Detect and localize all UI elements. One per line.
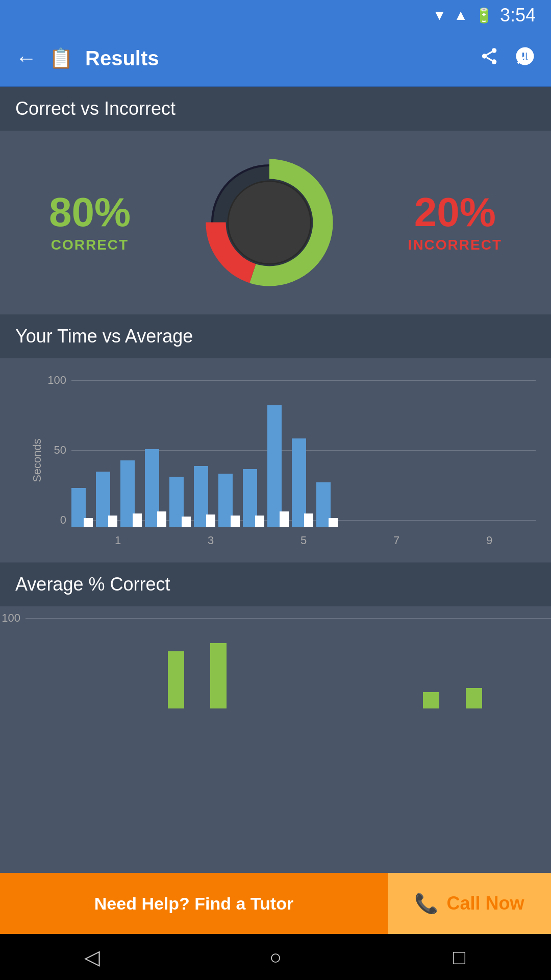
bar-group-9 [292, 374, 313, 527]
bar-white-0 [84, 518, 93, 527]
call-now-label: Call Now [446, 893, 524, 914]
avg-bar-green-8 [423, 692, 439, 708]
svg-line-3 [487, 57, 492, 60]
avg-bar-slot-9 [455, 617, 493, 708]
y-axis-label: Seconds [31, 438, 44, 482]
chart-inner: 100 50 0 13579 [46, 374, 536, 547]
bar-white-3 [157, 511, 166, 527]
time-vs-average-header: Your Time vs Average [0, 314, 551, 358]
time-vs-average-chart: Seconds 100 50 0 [0, 358, 551, 562]
avg-bar-slot-4 [242, 617, 280, 708]
action-icons [480, 45, 536, 71]
bar-white-10 [329, 518, 338, 527]
bar-blue-8 [267, 405, 282, 527]
battery-icon: 🔋 [475, 7, 493, 24]
bar-white-6 [231, 516, 240, 527]
bar-white-2 [133, 513, 142, 527]
page-title: Results [85, 47, 467, 70]
bar-group-0 [71, 374, 93, 527]
avg-bar-slot-10 [497, 617, 536, 708]
share-icon[interactable] [480, 46, 499, 70]
status-bar: ▼ ▲ 🔋 3:54 [0, 0, 551, 31]
bar-group-3 [145, 374, 166, 527]
correct-label: CORRECT [49, 237, 131, 253]
bar-group-4 [169, 374, 191, 527]
x-label-7: 7 [350, 534, 443, 547]
bar-group-2 [120, 374, 142, 527]
avg-bar-slot-8 [412, 617, 450, 708]
avg-chart-inner [46, 617, 536, 708]
avg-bar-slot-0 [71, 617, 110, 708]
incorrect-stat: 20% INCORRECT [408, 192, 502, 253]
nav-bar: ◁ ○ □ [0, 934, 551, 980]
x-label-9: 9 [443, 534, 536, 547]
svg-point-2 [492, 59, 497, 64]
time-vs-average-title: Your Time vs Average [15, 326, 536, 347]
y-value-100: 100 [46, 374, 66, 387]
document-icon: 📋 [49, 47, 73, 69]
avg-bar-slot-2 [157, 617, 195, 708]
bar-white-7 [255, 516, 264, 527]
svg-point-1 [482, 54, 487, 59]
call-now-button[interactable]: 📞 Call Now [388, 873, 551, 934]
avg-bar-slot-1 [114, 617, 152, 708]
x-label-5: 5 [257, 534, 350, 547]
phone-icon: 📞 [414, 892, 438, 915]
x-label-3: 3 [164, 534, 257, 547]
y-value-0: 0 [46, 513, 66, 527]
bar-white-4 [182, 517, 191, 527]
incorrect-percent: 20% [408, 192, 502, 233]
avg-bar-slot-7 [369, 617, 408, 708]
svg-line-4 [487, 52, 492, 55]
correct-vs-incorrect-header: Correct vs Incorrect [0, 87, 551, 131]
bar-group-5 [194, 374, 215, 527]
bar-group-10 [316, 374, 338, 527]
signal-icon: ▲ [454, 7, 468, 23]
back-button[interactable]: ← [15, 47, 37, 69]
bars-container [71, 374, 536, 527]
status-icons: ▼ ▲ 🔋 3:54 [432, 5, 536, 26]
avg-correct-header: Average % Correct [0, 562, 551, 606]
svg-point-8 [228, 181, 311, 264]
avg-bar-green-2 [168, 651, 184, 708]
avg-y-100: 100 [0, 611, 20, 625]
find-tutor-label: Need Help? Find a Tutor [94, 894, 293, 914]
avg-bar-slot-6 [327, 617, 365, 708]
avg-bar-slot-5 [284, 617, 322, 708]
chart-area: Seconds 100 50 0 [15, 374, 536, 547]
nav-recent-button[interactable]: □ [439, 937, 480, 977]
bar-group-8 [267, 374, 289, 527]
avg-bar-green-3 [210, 643, 227, 708]
correct-vs-incorrect-title: Correct vs Incorrect [15, 98, 536, 119]
flag-icon[interactable] [514, 45, 536, 71]
nav-home-button[interactable]: ○ [255, 937, 296, 977]
donut-section: 80% CORRECT 20% INCORRECT [0, 131, 551, 314]
bar-group-1 [96, 374, 117, 527]
incorrect-label: INCORRECT [408, 237, 502, 253]
x-labels: 13579 [71, 534, 536, 547]
nav-back-button[interactable]: ◁ [71, 937, 112, 977]
bar-white-9 [304, 513, 313, 527]
bottom-banner: Need Help? Find a Tutor 📞 Call Now [0, 873, 551, 934]
avg-correct-title: Average % Correct [15, 574, 536, 595]
bar-group-6 [218, 374, 240, 527]
bar-white-1 [108, 516, 117, 527]
avg-bar-green-9 [466, 688, 482, 708]
avg-bar-slot-3 [199, 617, 237, 708]
bar-group-7 [243, 374, 264, 527]
app-bar: ← 📋 Results [0, 31, 551, 87]
bar-white-5 [206, 514, 215, 527]
y-value-50: 50 [46, 444, 66, 457]
status-time: 3:54 [500, 5, 536, 26]
wifi-icon: ▼ [432, 7, 446, 23]
donut-chart [198, 151, 341, 294]
correct-stat: 80% CORRECT [49, 192, 131, 253]
find-tutor-button[interactable]: Need Help? Find a Tutor [0, 873, 388, 934]
svg-point-0 [492, 48, 497, 53]
correct-percent: 80% [49, 192, 131, 233]
avg-bars [71, 617, 536, 708]
bar-white-8 [280, 511, 289, 527]
x-label-1: 1 [71, 534, 164, 547]
